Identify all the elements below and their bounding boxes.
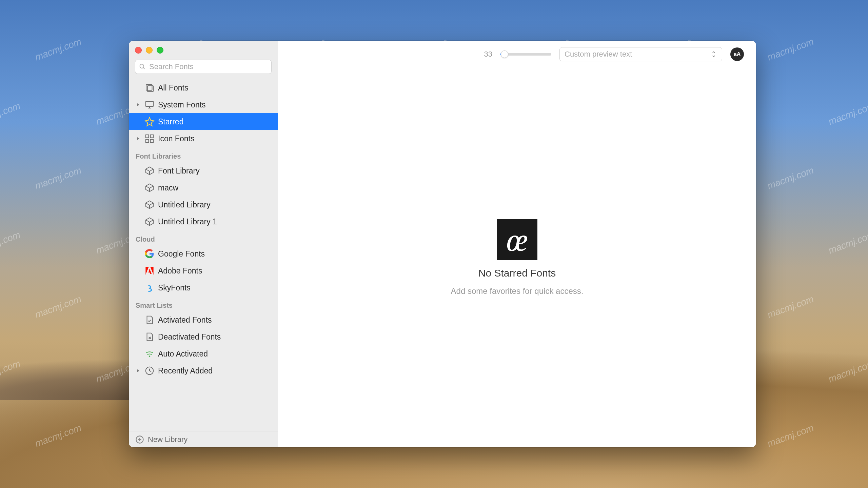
sidebar-item-recently-added[interactable]: Recently Added <box>129 362 278 379</box>
slider-thumb[interactable] <box>501 50 508 58</box>
search-field[interactable] <box>135 60 272 74</box>
svg-point-0 <box>140 64 144 68</box>
preview-text-field[interactable] <box>559 47 722 61</box>
sidebar-item-icon-fonts[interactable]: Icon Fonts <box>129 130 278 147</box>
sidebar-item-label: Adobe Fonts <box>158 266 202 276</box>
sidebar-item-system-fonts[interactable]: System Fonts <box>129 96 278 113</box>
sidebar-item-label: Google Fonts <box>158 249 205 259</box>
text-size-toggle-button[interactable]: aA <box>730 47 744 61</box>
toolbar: 33 aA <box>278 41 756 68</box>
box-icon <box>144 166 155 176</box>
sidebar-item-label: Untitled Library <box>158 200 211 209</box>
empty-state: œ No Starred Fonts Add some favorites fo… <box>278 68 756 447</box>
close-button[interactable] <box>135 47 142 54</box>
window-controls <box>135 47 163 54</box>
clock-icon <box>144 366 155 376</box>
search-icon <box>139 63 146 70</box>
empty-state-glyph: œ <box>497 219 537 260</box>
sidebar-item-activated-fonts[interactable]: Activated Fonts <box>129 311 278 328</box>
disclosure-triangle[interactable] <box>136 102 141 107</box>
maximize-button[interactable] <box>157 47 163 54</box>
sidebar-item-label: Starred <box>158 117 183 126</box>
sidebar-item-label: System Fonts <box>158 100 206 109</box>
box-icon <box>144 217 155 227</box>
sidebar-item-macw[interactable]: macw <box>129 179 278 196</box>
search-input[interactable] <box>149 62 268 71</box>
svg-line-1 <box>143 68 145 69</box>
sidebar-item-font-library[interactable]: Font Library <box>129 162 278 179</box>
text-size-toggle-label: aA <box>734 51 741 57</box>
skyfonts-icon <box>144 283 155 293</box>
new-library-label: New Library <box>148 435 188 444</box>
sidebar-item-skyfonts[interactable]: SkyFonts <box>129 279 278 296</box>
page-check-icon <box>144 315 155 325</box>
grid-icon <box>144 134 155 144</box>
sidebar-item-untitled-library-1[interactable]: Untitled Library 1 <box>129 213 278 230</box>
svg-rect-2 <box>146 84 152 90</box>
minimize-button[interactable] <box>146 47 153 54</box>
sidebar-item-label: Activated Fonts <box>158 316 212 325</box>
preview-text-input[interactable] <box>565 50 707 59</box>
new-library-button[interactable]: New Library <box>129 431 278 447</box>
sidebar-item-google-fonts[interactable]: Google Fonts <box>129 245 278 262</box>
svg-rect-8 <box>151 135 154 138</box>
titlebar <box>129 41 278 60</box>
sidebar-item-label: Recently Added <box>158 366 213 375</box>
sidebar-item-label: SkyFonts <box>158 283 191 292</box>
sidebar-item-auto-activated[interactable]: Auto Activated <box>129 345 278 362</box>
disclosure-triangle[interactable] <box>136 368 141 373</box>
empty-state-subtitle: Add some favorites for quick access. <box>451 286 584 296</box>
svg-rect-4 <box>146 101 154 106</box>
empty-state-title: No Starred Fonts <box>478 267 556 279</box>
svg-rect-9 <box>146 140 149 143</box>
stack-icon <box>144 83 155 93</box>
chevron-down-icon[interactable] <box>710 51 717 58</box>
font-size-slider[interactable] <box>500 53 551 56</box>
section-header-libraries: Font Libraries <box>129 147 278 162</box>
svg-line-20 <box>150 371 151 372</box>
monitor-icon <box>144 100 155 110</box>
svg-rect-7 <box>146 135 149 138</box>
sidebar-item-label: Deactivated Fonts <box>158 332 221 342</box>
svg-rect-10 <box>151 140 154 143</box>
sidebar-item-label: Icon Fonts <box>158 134 194 143</box>
app-window: All Fonts System Fonts Starred <box>129 41 756 447</box>
google-icon <box>144 249 155 259</box>
plus-circle-icon <box>135 435 144 444</box>
section-header-smart-lists: Smart Lists <box>129 296 278 311</box>
star-icon <box>144 117 155 127</box>
section-header-cloud: Cloud <box>129 230 278 245</box>
sidebar-item-adobe-fonts[interactable]: Adobe Fonts <box>129 262 278 279</box>
font-size-value: 33 <box>484 50 492 59</box>
box-icon <box>144 183 155 193</box>
sidebar-item-all-fonts[interactable]: All Fonts <box>129 79 278 96</box>
svg-rect-3 <box>147 86 154 92</box>
sidebar-item-label: Auto Activated <box>158 349 208 359</box>
adobe-icon <box>144 266 155 276</box>
sidebar-item-label: All Fonts <box>158 83 188 93</box>
main-panel: 33 aA œ No Starred Fonts Add some favori… <box>278 41 756 447</box>
sidebar-item-label: macw <box>158 183 178 192</box>
sidebar: All Fonts System Fonts Starred <box>129 41 278 447</box>
sidebar-item-label: Untitled Library 1 <box>158 217 217 226</box>
wifi-icon <box>144 349 155 359</box>
page-x-icon <box>144 332 155 342</box>
sidebar-item-starred[interactable]: Starred <box>129 113 278 130</box>
sidebar-item-deactivated-fonts[interactable]: Deactivated Fonts <box>129 328 278 345</box>
sidebar-item-label: Font Library <box>158 166 200 176</box>
disclosure-triangle[interactable] <box>136 136 141 141</box>
sidebar-tree: All Fonts System Fonts Starred <box>129 77 278 431</box>
svg-point-17 <box>149 356 150 357</box>
sidebar-item-untitled-library[interactable]: Untitled Library <box>129 196 278 213</box>
box-icon <box>144 200 155 210</box>
